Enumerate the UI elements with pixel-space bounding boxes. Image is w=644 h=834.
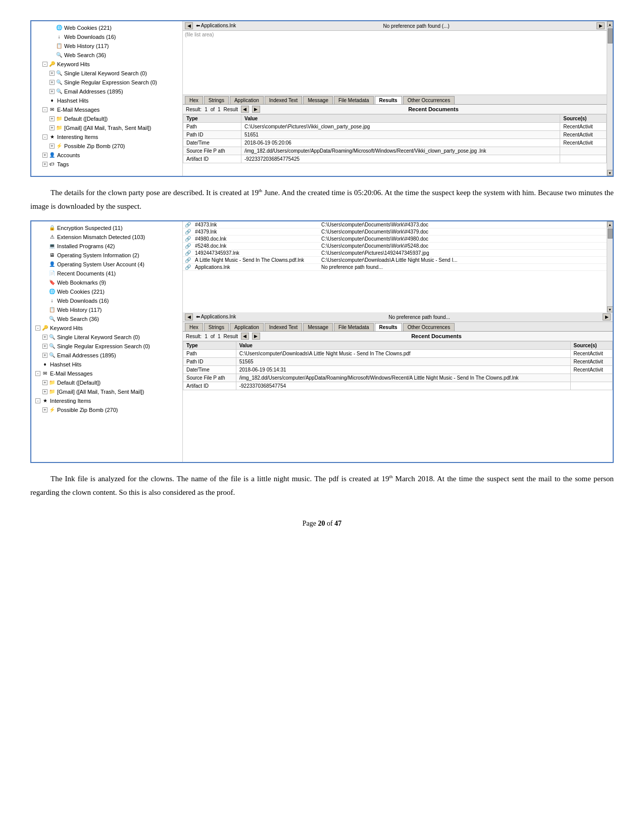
file-scroll-down[interactable]: ▼ [607, 306, 613, 312]
tree-item[interactable]: -★Interesting Items [31, 132, 182, 142]
tree-item[interactable]: 📋Web History (117) [31, 41, 182, 51]
tab-results[interactable]: Results [375, 323, 402, 331]
tab-indexed-text[interactable]: Indexed Text [265, 323, 303, 331]
tree-item[interactable]: ↓Web Downloads (16) [31, 296, 182, 305]
scroll-up-arrow[interactable]: ▲ [607, 21, 613, 27]
expand-icon[interactable]: + [42, 344, 47, 349]
expand-icon[interactable]: + [49, 125, 55, 130]
file-list-row[interactable]: 🔗A Little Night Music - Send In The Clow… [183, 257, 607, 264]
expand-icon[interactable]: + [49, 89, 55, 94]
tree-item[interactable]: 🔒Encryption Suspected (11) [31, 223, 182, 233]
expand-icon[interactable]: + [49, 71, 55, 76]
tree-item[interactable]: +👤Accounts [31, 151, 182, 160]
tree-item[interactable]: -🔑Keyword Hits [31, 60, 182, 69]
nav-back-btn[interactable]: ◀ [185, 22, 193, 29]
file-scroll-up[interactable]: ▲ [607, 221, 613, 227]
expand-icon[interactable]: + [42, 389, 47, 394]
tree-item[interactable]: 👤Operating System User Account (4) [31, 260, 182, 269]
tree-item[interactable]: +📁Default ([Default]) [31, 114, 182, 123]
tab-other-occurrences[interactable]: Other Occurrences [403, 96, 455, 104]
expand-icon[interactable]: + [49, 144, 55, 149]
tab-strings[interactable]: Strings [204, 96, 229, 104]
tree-item[interactable]: 🌐Web Cookies (221) [31, 23, 182, 32]
result-next-2[interactable]: ▶ [252, 333, 260, 340]
tree-item[interactable]: 📋Web History (117) [31, 305, 182, 314]
tree-item[interactable]: 🌐Web Cookies (221) [31, 287, 182, 296]
file-scroll-thumb[interactable] [608, 228, 613, 239]
tree-item[interactable]: +🔍Email Addresses (1895) [31, 351, 182, 360]
expand-icon[interactable]: - [42, 107, 47, 112]
file-list-row[interactable]: 🔗#4980.doc.lnkC:\Users\computer\Document… [183, 236, 607, 243]
tab-application[interactable]: Application [230, 323, 264, 331]
result-next[interactable]: ▶ [252, 106, 260, 113]
expand-icon[interactable]: + [49, 80, 55, 85]
file-list-scrollbar[interactable]: ▲ ▼ [607, 221, 613, 312]
tab-file-metadata[interactable]: File Metadata [334, 96, 374, 104]
result-prev-2[interactable]: ◀ [241, 333, 249, 340]
expand-icon[interactable]: + [42, 335, 47, 340]
tree-icon: 🔍 [48, 352, 56, 359]
file-list-row[interactable]: 🔗#4379.lnkC:\Users\computer\Documents\Wo… [183, 228, 607, 236]
tree-item[interactable]: ♦Hashset Hits [31, 360, 182, 369]
tab-other-occurrences[interactable]: Other Occurrences [403, 323, 455, 331]
nav-scroll-btn-2[interactable]: ▶ [603, 313, 611, 320]
tree-item[interactable]: 🔍Web Search (36) [31, 51, 182, 60]
expand-icon[interactable]: + [42, 407, 47, 412]
tree-item[interactable]: -✉E-Mail Messages [31, 105, 182, 114]
tree-item[interactable]: +🏷Tags [31, 160, 182, 169]
scroll-thumb[interactable] [608, 28, 613, 43]
expand-icon[interactable]: + [49, 116, 55, 121]
file-list-row[interactable]: 🔗#4373.lnkC:\Users\computer\Documents\Wo… [183, 221, 607, 228]
tree-item[interactable]: 🔍Web Search (36) [31, 314, 182, 323]
expand-icon[interactable]: - [35, 326, 40, 331]
expand-icon[interactable]: - [42, 62, 47, 67]
tree-item[interactable]: +📁[Gmail] ([All Mail, Trash, Sent Mail]) [31, 387, 182, 396]
tab-indexed-text[interactable]: Indexed Text [265, 96, 303, 104]
tab-application[interactable]: Application [230, 96, 264, 104]
result-prev[interactable]: ◀ [241, 106, 249, 113]
tree-item[interactable]: +🔍Single Literal Keyword Search (0) [31, 333, 182, 342]
tab-message[interactable]: Message [303, 96, 333, 104]
tree-item[interactable]: +🔍Single Regular Expression Search (0) [31, 78, 182, 87]
file-list-row[interactable]: 🔗1492447345937.lnkC:\Users\computer\Pict… [183, 250, 607, 257]
expand-icon[interactable]: + [42, 162, 47, 167]
tree-item[interactable]: +🔍Email Addresses (1895) [31, 87, 182, 96]
file-icon: 🔗 [183, 257, 193, 264]
tab-file-metadata[interactable]: File Metadata [334, 323, 374, 331]
expand-icon[interactable]: + [42, 353, 47, 358]
tree-item[interactable]: ♦Hashset Hits [31, 96, 182, 105]
tab-strings[interactable]: Strings [204, 323, 229, 331]
tree-item[interactable]: +📁Default ([Default]) [31, 378, 182, 387]
tree-item[interactable]: 💻Installed Programs (42) [31, 242, 182, 251]
tree-item[interactable]: -🔑Keyword Hits [31, 323, 182, 333]
expand-icon[interactable]: + [42, 380, 47, 385]
expand-icon[interactable]: - [42, 134, 47, 140]
nav-back-btn-2[interactable]: ◀ [185, 313, 193, 320]
tree-item-label: Keyword Hits [50, 324, 83, 332]
scrollbar-1[interactable]: ▲ ▼ [607, 21, 613, 176]
tab-results[interactable]: Results [375, 96, 402, 104]
tab-hex[interactable]: Hex [185, 96, 203, 104]
expand-icon[interactable]: + [42, 153, 47, 158]
file-list-row[interactable]: 🔗#5248.doc.lnkC:\Users\computer\Document… [183, 243, 607, 250]
tree-item[interactable]: +🔍Single Literal Keyword Search (0) [31, 69, 182, 78]
tab-message[interactable]: Message [303, 323, 333, 331]
tree-item[interactable]: 🖥Operating System Information (2) [31, 251, 182, 260]
tree-item[interactable]: +📁[Gmail] ([All Mail, Trash, Sent Mail]) [31, 123, 182, 132]
expand-icon[interactable]: - [35, 371, 40, 376]
nav-scroll-btn[interactable]: ▶ [597, 22, 605, 29]
scroll-down-arrow[interactable]: ▼ [607, 170, 613, 176]
tree-item[interactable]: 🔖Web Bookmarks (9) [31, 278, 182, 287]
tree-item[interactable]: ⚠Extension Mismatch Detected (103) [31, 233, 182, 242]
tree-item[interactable]: +🔍Single Regular Expression Search (0) [31, 342, 182, 351]
tree-item[interactable]: 📄Recent Documents (41) [31, 269, 182, 278]
tree-item[interactable]: ↓Web Downloads (16) [31, 32, 182, 41]
tree-item[interactable]: -★Interesting Items [31, 396, 182, 405]
tree-item[interactable]: -✉E-Mail Messages [31, 369, 182, 378]
expand-icon[interactable]: - [35, 398, 40, 403]
tree-item[interactable]: +⚡Possible Zip Bomb (270) [31, 405, 182, 414]
tab-hex[interactable]: Hex [185, 323, 203, 331]
file-list-row[interactable]: 🔗Applications.lnkNo preference path foun… [183, 264, 607, 271]
tree-item[interactable]: +⚡Possible Zip Bomb (270) [31, 142, 182, 151]
detail-col-type: Type [183, 342, 236, 350]
